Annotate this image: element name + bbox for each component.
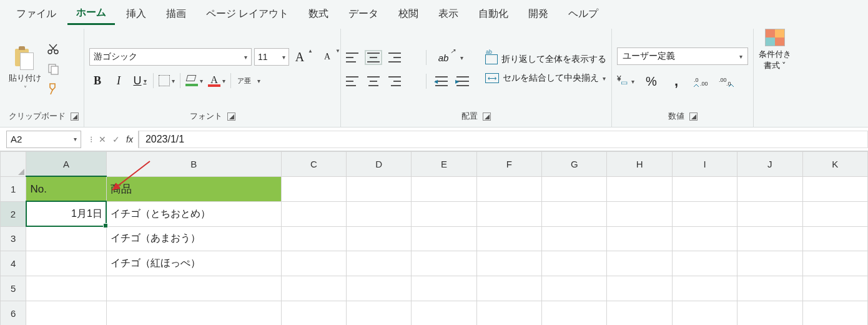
increase-decimal-button[interactable]: .0.00 [693,72,709,90]
number-dialog-launcher[interactable] [689,112,698,121]
cell-K2[interactable] [802,201,867,226]
tab-view[interactable]: 表示 [430,2,467,24]
align-center-button[interactable] [367,76,380,86]
tab-help[interactable]: ヘルプ [560,2,607,24]
cell-G1[interactable] [542,176,607,201]
col-header-H[interactable]: H [607,152,672,177]
cell-H2[interactable] [607,201,672,226]
decrease-font-button[interactable]: A [319,48,335,66]
cell-G2[interactable] [542,201,607,226]
cell-K1[interactable] [802,176,867,201]
paste-icon[interactable] [12,46,37,71]
cell-E1[interactable] [412,176,476,201]
phonetic-button[interactable]: ア 亜 [236,72,252,89]
cancel-formula-button[interactable]: ✕ [99,134,106,144]
cell-H4[interactable] [607,251,672,276]
cell-I2[interactable] [672,201,737,226]
align-left-button[interactable] [346,76,358,86]
col-header-E[interactable]: E [412,152,476,177]
font-color-button[interactable]: A▾ [208,72,225,89]
cell-A2[interactable]: 1月1日 [26,201,106,226]
tab-formulas[interactable]: 数式 [300,2,337,24]
merge-center-button[interactable]: セルを結合して中央揃え ▾ [485,72,606,84]
cell-J1[interactable] [737,176,802,201]
align-bottom-button[interactable] [388,52,401,62]
align-top-button[interactable] [346,52,358,62]
cell-I1[interactable] [672,176,737,201]
cell-B4[interactable]: イチゴ（紅ほっぺ） [106,251,281,276]
col-header-C[interactable]: C [281,152,346,177]
cut-button[interactable] [46,42,60,56]
cell-E4[interactable] [412,251,476,276]
clipboard-dialog-launcher[interactable] [71,112,79,121]
cell-F1[interactable] [476,176,541,201]
underline-button[interactable]: U▾ [132,72,148,89]
row-header-2[interactable]: 2 [1,201,26,226]
cell-F2[interactable] [476,201,541,226]
cell-A6[interactable] [26,301,106,325]
tab-draw[interactable]: 描画 [157,2,195,24]
font-size-select[interactable]: 11 ▾ [254,48,289,66]
fx-button[interactable]: fx [126,134,133,144]
tab-developer[interactable]: 開発 [520,2,557,24]
row-header-5[interactable]: 5 [1,276,26,301]
borders-button[interactable]: ▾ [159,72,175,89]
cell-J4[interactable] [737,251,802,276]
cell-A4[interactable] [26,251,106,276]
orientation-button[interactable]: ab [435,49,451,66]
cell-G3[interactable] [542,226,607,251]
cell-D1[interactable] [347,176,412,201]
font-name-select[interactable]: 游ゴシック ▾ [89,48,252,66]
bold-button[interactable]: B [89,72,106,89]
copy-button[interactable] [46,62,60,76]
tab-review[interactable]: 校閲 [390,2,427,24]
percent-button[interactable]: % [643,72,659,90]
cell-B2[interactable]: イチゴ（とちおとめ） [106,201,281,226]
cell-K3[interactable] [802,226,867,251]
font-dialog-launcher[interactable] [227,112,235,121]
comma-style-button[interactable]: , [668,72,684,90]
col-header-G[interactable]: G [542,152,607,177]
cell-D4[interactable] [347,251,412,276]
col-header-J[interactable]: J [737,152,802,177]
tab-automate[interactable]: 自動化 [470,2,517,24]
tab-file[interactable]: ファイル [7,2,65,24]
tab-insert[interactable]: 挿入 [117,2,155,24]
cell-K4[interactable] [802,251,867,276]
row-header-6[interactable]: 6 [1,301,26,325]
cell-C4[interactable] [281,251,346,276]
col-header-F[interactable]: F [476,152,541,177]
formula-input[interactable]: 2023/1/1 [138,131,868,148]
wrap-text-button[interactable]: 折り返して全体を表示する [485,54,606,65]
cell-G4[interactable] [542,251,607,276]
cell-H1[interactable] [607,176,672,201]
conditional-formatting-label[interactable]: 条件付き書式 ˅ [759,49,791,71]
italic-button[interactable]: I [111,72,127,89]
cell-J2[interactable] [737,201,802,226]
align-middle-button[interactable] [367,52,380,62]
confirm-formula-button[interactable]: ✓ [112,134,120,144]
format-painter-button[interactable] [46,82,60,96]
increase-font-button[interactable]: A [292,48,308,66]
fill-color-button[interactable]: ▾ [185,72,203,89]
name-box[interactable]: A2 ▾ [6,131,81,148]
cell-F3[interactable] [476,226,541,251]
number-format-select[interactable]: ユーザー定義 ▾ [617,48,748,65]
accounting-format-button[interactable]: ▾ [617,72,634,90]
col-header-D[interactable]: D [347,152,412,177]
cell-F4[interactable] [476,251,541,276]
cell-B3[interactable]: イチゴ（あまおう） [106,226,281,251]
alignment-dialog-launcher[interactable] [483,112,491,121]
cell-B1[interactable]: 商品 [106,176,281,201]
cell-E3[interactable] [412,226,476,251]
select-all-corner[interactable] [1,152,26,177]
tab-data[interactable]: データ [340,2,387,24]
col-header-I[interactable]: I [672,152,737,177]
cell-A5[interactable] [26,276,106,301]
tab-home[interactable]: ホーム [67,1,115,25]
conditional-formatting-icon[interactable] [765,29,785,46]
increase-indent-button[interactable] [456,76,469,86]
cell-I3[interactable] [672,226,737,251]
cell-A1[interactable]: No. [26,176,106,201]
row-header-3[interactable]: 3 [1,226,26,251]
